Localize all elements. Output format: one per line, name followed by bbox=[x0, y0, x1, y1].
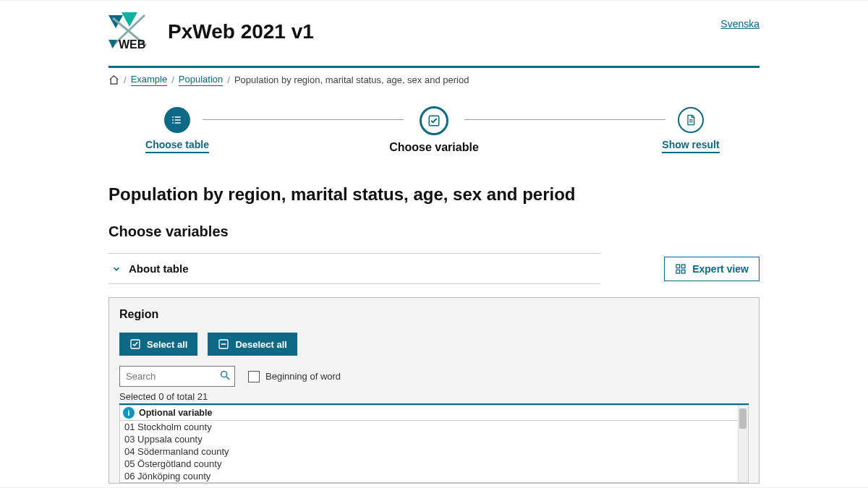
svg-line-18 bbox=[226, 377, 229, 380]
region-list[interactable]: 01 Stockholm county 03 Uppsala county 04… bbox=[119, 421, 749, 483]
list-item[interactable]: 05 Östergötland county bbox=[120, 458, 748, 470]
breadcrumb-sep: / bbox=[227, 74, 230, 85]
step-show-result[interactable]: Show result bbox=[651, 107, 731, 153]
svg-rect-13 bbox=[682, 270, 686, 273]
checkbox-icon bbox=[248, 371, 260, 382]
home-icon[interactable] bbox=[109, 74, 119, 85]
svg-text:WEB: WEB bbox=[119, 38, 145, 51]
list-item[interactable]: 01 Stockholm county bbox=[120, 421, 748, 433]
chevron-down-icon bbox=[111, 264, 122, 274]
breadcrumb-example[interactable]: Example bbox=[131, 74, 168, 86]
header: WEB PxWeb 2021 v1 Svenska bbox=[109, 11, 760, 53]
variable-title: Region bbox=[119, 308, 749, 321]
variable-region-box: Region Select all Deselect all bbox=[109, 297, 760, 484]
step-label-show-result[interactable]: Show result bbox=[662, 139, 719, 153]
breadcrumb-population[interactable]: Population bbox=[179, 74, 223, 86]
optional-variable-label: Optional variable bbox=[139, 408, 212, 418]
breadcrumb-sep: / bbox=[124, 74, 127, 85]
search-input[interactable] bbox=[119, 366, 235, 387]
list-item[interactable]: 03 Uppsala county bbox=[120, 433, 748, 445]
breadcrumb-sep: / bbox=[171, 74, 174, 85]
logo-title-group: WEB PxWeb 2021 v1 bbox=[109, 11, 314, 53]
svg-rect-10 bbox=[676, 265, 680, 268]
checkbox-check-icon bbox=[420, 106, 448, 135]
optional-variable-banner: i Optional variable bbox=[119, 405, 749, 421]
minus-square-icon bbox=[218, 338, 229, 350]
page-title: Population by region, marital status, ag… bbox=[109, 184, 760, 205]
svg-rect-11 bbox=[682, 265, 686, 268]
expert-view-label: Expert view bbox=[692, 263, 749, 275]
header-divider bbox=[109, 66, 760, 68]
scrollbar[interactable] bbox=[738, 421, 748, 482]
list-item[interactable]: 06 Jönköping county bbox=[120, 470, 748, 482]
breadcrumb-current: Population by region, marital status, ag… bbox=[234, 74, 469, 85]
stepper: Choose table Choose variable Show result bbox=[109, 106, 760, 154]
beginning-of-word-label: Beginning of word bbox=[265, 371, 341, 382]
breadcrumb: / Example / Population / Population by r… bbox=[109, 74, 760, 86]
expert-view-button[interactable]: Expert view bbox=[664, 257, 760, 281]
pxweb-logo: WEB bbox=[109, 11, 155, 53]
deselect-all-label: Deselect all bbox=[235, 339, 287, 350]
about-table-label: About table bbox=[129, 262, 189, 275]
search-icon[interactable] bbox=[219, 369, 231, 381]
list-icon bbox=[164, 107, 190, 133]
scrollbar-thumb[interactable] bbox=[739, 421, 746, 429]
step-connector bbox=[464, 119, 665, 120]
step-label-choose-table[interactable]: Choose table bbox=[145, 139, 209, 153]
svg-point-6 bbox=[172, 116, 174, 118]
step-choose-variable: Choose variable bbox=[389, 106, 479, 154]
beginning-of-word-checkbox[interactable]: Beginning of word bbox=[248, 371, 341, 382]
grid-icon bbox=[675, 263, 686, 275]
select-all-label: Select all bbox=[147, 339, 187, 350]
page-subtitle: Choose variables bbox=[109, 223, 760, 240]
step-choose-table[interactable]: Choose table bbox=[137, 107, 217, 153]
document-icon bbox=[678, 107, 704, 133]
step-label-choose-variable: Choose variable bbox=[389, 141, 479, 154]
select-all-button[interactable]: Select all bbox=[119, 333, 197, 356]
list-item[interactable]: 07 Kronoberg county bbox=[120, 482, 748, 483]
app-title: PxWeb 2021 v1 bbox=[168, 20, 314, 43]
svg-rect-12 bbox=[676, 270, 680, 273]
about-table-toggle[interactable]: About table bbox=[109, 254, 600, 283]
svg-point-17 bbox=[221, 372, 227, 377]
selected-count-text: Selected 0 of total 21 bbox=[119, 391, 749, 402]
list-item[interactable]: 04 Södermanland county bbox=[120, 445, 748, 458]
svg-point-7 bbox=[172, 119, 174, 121]
svg-point-8 bbox=[172, 122, 174, 124]
deselect-all-button[interactable]: Deselect all bbox=[208, 333, 297, 356]
check-icon bbox=[129, 338, 141, 350]
step-connector bbox=[203, 119, 404, 120]
about-expert-row: About table Expert view bbox=[109, 253, 760, 284]
language-link[interactable]: Svenska bbox=[720, 18, 760, 30]
info-icon[interactable]: i bbox=[123, 407, 135, 419]
